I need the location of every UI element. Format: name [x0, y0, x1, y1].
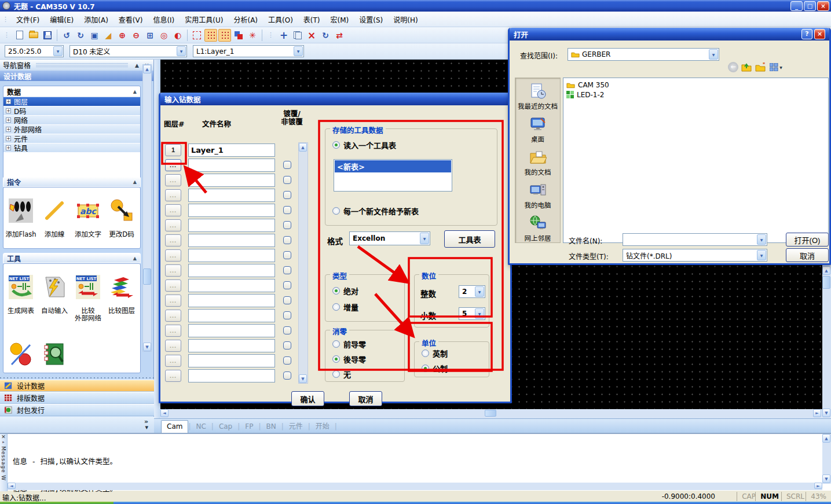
- chevron-down-icon[interactable]: ▼: [53, 46, 63, 56]
- expand-icon[interactable]: +: [6, 136, 11, 141]
- radio-metric[interactable]: 公制: [422, 363, 448, 374]
- plated-checkbox[interactable]: [283, 311, 291, 319]
- expand-icon[interactable]: +: [6, 127, 11, 132]
- tab-fp[interactable]: FP: [240, 421, 258, 433]
- menu-tables[interactable]: 表(T): [298, 13, 325, 25]
- browse-button[interactable]: ...: [165, 340, 181, 352]
- help-button[interactable]: ?: [801, 29, 812, 39]
- radio-trailing-zero[interactable]: 後导零: [332, 354, 366, 365]
- plated-checkbox[interactable]: [283, 371, 291, 380]
- highlight-icon[interactable]: ✳: [246, 29, 259, 42]
- file-item-cam350[interactable]: CAM 350: [566, 80, 825, 90]
- restore-button[interactable]: □: [804, 1, 816, 11]
- mirror-icon[interactable]: ⇄: [333, 29, 346, 42]
- tree-item-external-nets[interactable]: +外部网络: [3, 125, 140, 134]
- chevron-down-icon[interactable]: ▼: [709, 49, 718, 60]
- tool-compare-layers[interactable]: 比较图层: [105, 266, 138, 330]
- scroll-down-icon[interactable]: ▼: [143, 343, 151, 351]
- tab-cap[interactable]: Cap: [214, 421, 237, 433]
- radio-icon[interactable]: [332, 287, 340, 295]
- menu-utilities[interactable]: 实用工具(U): [180, 13, 228, 25]
- drill-filename-input[interactable]: [188, 339, 275, 352]
- close-button[interactable]: ×: [817, 1, 829, 11]
- expand-icon[interactable]: +: [6, 117, 11, 123]
- delete-icon[interactable]: ×: [305, 29, 318, 42]
- format-combo[interactable]: Excellon▼: [349, 231, 430, 245]
- radio-icon[interactable]: [332, 370, 340, 378]
- close-icon[interactable]: ✕: [1, 434, 6, 440]
- radio-inch[interactable]: 英制: [422, 348, 448, 359]
- scroll-right-icon[interactable]: ►: [814, 483, 822, 489]
- open-file-icon[interactable]: [27, 29, 40, 42]
- ok-button[interactable]: 确认: [291, 391, 324, 406]
- grid-snap-icon[interactable]: [204, 29, 217, 42]
- zoom-out-icon[interactable]: ⊖: [130, 29, 142, 42]
- chevron-down-icon[interactable]: ▼: [420, 233, 429, 244]
- tool-zoom-in-out[interactable]: 增大缩小: [4, 333, 38, 373]
- scroll-down-icon[interactable]: ▼: [299, 374, 307, 383]
- browse-button[interactable]: ...: [165, 295, 181, 307]
- browse-button[interactable]: ...: [165, 174, 181, 186]
- tree-item-drills[interactable]: +钻具: [3, 144, 140, 153]
- tree-header[interactable]: 数据▲: [3, 86, 140, 97]
- new-folder-icon[interactable]: *: [755, 61, 766, 73]
- zoom-all-icon[interactable]: ◎: [158, 29, 170, 42]
- views-icon[interactable]: ▼: [768, 61, 784, 73]
- tool-table-button[interactable]: 工具表: [444, 230, 495, 248]
- drill-rows-scrollbar[interactable]: ▲ ▼: [298, 142, 308, 384]
- scroll-up-icon[interactable]: ▲: [299, 143, 307, 152]
- cancel-button[interactable]: 取消: [786, 248, 829, 262]
- drill-filename-input[interactable]: [188, 369, 275, 382]
- radio-icon[interactable]: [422, 365, 429, 372]
- zoom-previous-icon[interactable]: ◐: [171, 29, 184, 42]
- browse-button[interactable]: ...: [165, 234, 181, 247]
- menu-file[interactable]: 文件(F): [11, 13, 45, 25]
- up-folder-icon[interactable]: [741, 61, 752, 73]
- copy-icon[interactable]: [291, 29, 304, 42]
- menu-info[interactable]: 信息(I): [148, 13, 180, 25]
- command-add-flash[interactable]: 添加Flash: [4, 190, 38, 246]
- drill-filename-input[interactable]: [188, 354, 275, 367]
- drill-filename-input[interactable]: [188, 189, 275, 202]
- tool-compare-external-nets[interactable]: NET LIST 比较 外部网络: [71, 266, 105, 330]
- grid-dots-icon[interactable]: [218, 29, 231, 42]
- decimal-combo[interactable]: 5▼: [459, 307, 485, 320]
- chevron-down-icon[interactable]: ▼: [757, 250, 766, 260]
- vscroll-thumb[interactable]: [822, 276, 830, 289]
- place-network[interactable]: 网上邻居: [525, 215, 551, 242]
- browse-button[interactable]: ...: [165, 189, 181, 201]
- chevron-down-icon[interactable]: ▼: [475, 308, 484, 319]
- plated-checkbox[interactable]: [283, 281, 291, 289]
- command-add-line[interactable]: 添加線: [38, 190, 71, 246]
- radio-none[interactable]: 无: [332, 369, 351, 380]
- browse-button[interactable]: ...: [165, 370, 181, 382]
- tool-new-dff-stream[interactable]: 新DFF Stream: [38, 333, 71, 373]
- collapse-icon[interactable]: ▲: [133, 179, 137, 185]
- expand-icon[interactable]: +: [6, 145, 11, 150]
- navigator-scrollbar[interactable]: ▲ ▼: [142, 64, 152, 352]
- tab-start[interactable]: 开始: [310, 419, 335, 433]
- tab-nc[interactable]: NC: [191, 421, 211, 433]
- scroll-thumb[interactable]: [143, 268, 151, 285]
- tree-item-dcodes[interactable]: +D码: [3, 106, 140, 116]
- plated-checkbox[interactable]: [283, 221, 291, 229]
- message-hscrollbar[interactable]: ◄ ►: [8, 483, 822, 490]
- mode-panel-data[interactable]: 排版数据: [0, 392, 154, 404]
- tool-auto-import[interactable]: 自动输入: [38, 266, 71, 330]
- scroll-up-icon[interactable]: ▲: [822, 266, 830, 275]
- chevron-down-icon[interactable]: ▼: [757, 234, 766, 245]
- radio-read-tool-table[interactable]: 读入一个工具表: [332, 139, 396, 150]
- minimize-button[interactable]: _: [790, 1, 803, 11]
- scroll-down-icon[interactable]: ▼: [822, 474, 830, 483]
- move-icon[interactable]: +: [277, 29, 290, 42]
- clear-icon[interactable]: ◢: [102, 29, 115, 42]
- tree-item-layers[interactable]: +图层: [3, 97, 140, 106]
- drill-filename-input[interactable]: [188, 159, 275, 172]
- rotate-icon[interactable]: ↻: [319, 29, 332, 42]
- browse-button[interactable]: ...: [165, 264, 181, 277]
- scroll-down-icon[interactable]: ▼: [822, 409, 830, 417]
- radio-icon[interactable]: [332, 303, 340, 311]
- layer-combo[interactable]: L1:Layer_1▼: [193, 45, 304, 57]
- hscroll-thumb[interactable]: [485, 410, 496, 417]
- menu-settings[interactable]: 设置(S): [354, 13, 388, 25]
